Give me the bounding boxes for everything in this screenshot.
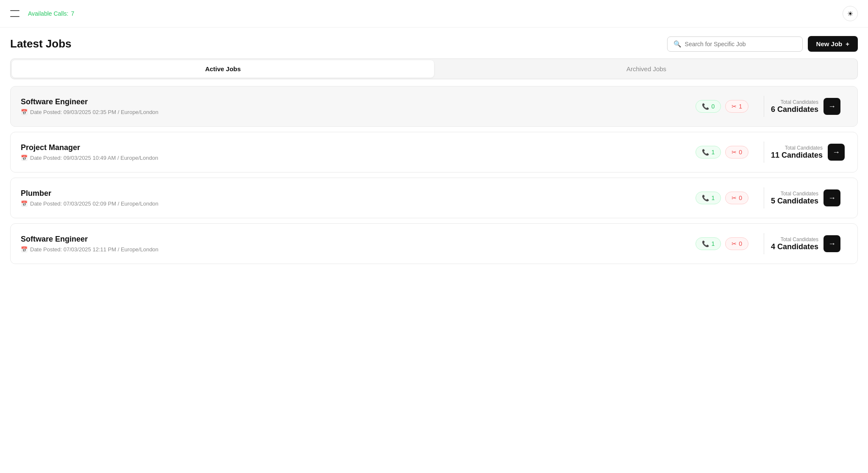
- candidates-count: 4 Candidates: [771, 242, 818, 251]
- phone-missed-icon: ✂: [732, 149, 737, 156]
- job-date-text: Date Posted: 07/03/2025 02:09 PM / Europ…: [30, 200, 159, 207]
- candidates-info: Total Candidates 11 Candidates: [771, 145, 823, 160]
- job-card: Plumber 📅 Date Posted: 07/03/2025 02:09 …: [10, 178, 858, 218]
- calls-green-count: 1: [711, 149, 715, 156]
- phone-icon: 📞: [702, 149, 709, 156]
- candidates-info: Total Candidates 4 Candidates: [771, 236, 818, 251]
- job-stats: 📞 1 ✂ 0: [696, 237, 748, 250]
- total-candidates-label: Total Candidates: [771, 145, 823, 151]
- view-job-button[interactable]: →: [823, 98, 840, 115]
- job-date-text: Date Posted: 09/03/2025 02:35 PM / Europ…: [30, 109, 159, 115]
- available-calls-count: 7: [71, 10, 74, 17]
- job-stats: 📞 1 ✂ 0: [696, 192, 748, 204]
- page-title: Latest Jobs: [10, 37, 72, 50]
- calls-green-badge: 📞 1: [696, 237, 721, 250]
- candidates-info: Total Candidates 6 Candidates: [771, 99, 818, 114]
- phone-missed-icon: ✂: [732, 103, 737, 110]
- jobs-list: Software Engineer 📅 Date Posted: 09/03/2…: [0, 86, 868, 264]
- sun-icon: ☀: [847, 10, 853, 18]
- job-date: 📅 Date Posted: 09/03/2025 10:49 AM / Eur…: [21, 155, 696, 161]
- job-card: Project Manager 📅 Date Posted: 09/03/202…: [10, 132, 858, 173]
- vertical-divider: [764, 96, 764, 117]
- job-title: Plumber: [21, 189, 696, 198]
- calendar-icon: 📅: [21, 200, 28, 207]
- topbar: Available Calls:7 ☀: [0, 0, 868, 28]
- calls-red-badge: ✂ 0: [725, 237, 748, 250]
- search-box: 🔍: [667, 36, 803, 52]
- calls-green-count: 1: [711, 240, 715, 247]
- candidates-count: 11 Candidates: [771, 151, 823, 160]
- job-stats: 📞 1 ✂ 0: [696, 146, 748, 159]
- phone-icon: 📞: [702, 103, 709, 110]
- phone-icon: 📞: [702, 240, 709, 247]
- available-calls: Available Calls:7: [28, 10, 74, 17]
- tabs-bar: Active Jobs Archived Jobs: [10, 58, 858, 79]
- new-job-label: New Job: [816, 40, 843, 47]
- job-title: Project Manager: [21, 143, 696, 152]
- candidates-section: Total Candidates 4 Candidates →: [771, 235, 847, 252]
- calls-red-badge: ✂ 0: [725, 192, 748, 204]
- tab-active-jobs[interactable]: Active Jobs: [12, 60, 434, 78]
- job-date: 📅 Date Posted: 09/03/2025 02:35 PM / Eur…: [21, 109, 696, 115]
- phone-missed-icon: ✂: [732, 240, 737, 247]
- job-card: Software Engineer 📅 Date Posted: 09/03/2…: [10, 86, 858, 127]
- phone-icon: 📞: [702, 195, 709, 201]
- job-date: 📅 Date Posted: 07/03/2025 02:09 PM / Eur…: [21, 200, 696, 207]
- total-candidates-label: Total Candidates: [771, 99, 818, 105]
- job-info: Software Engineer 📅 Date Posted: 09/03/2…: [21, 97, 696, 115]
- theme-toggle-button[interactable]: ☀: [843, 6, 858, 21]
- sidebar-area: Available Calls:7: [10, 10, 74, 17]
- job-title: Software Engineer: [21, 97, 696, 106]
- job-date: 📅 Date Posted: 07/03/2025 12:11 PM / Eur…: [21, 246, 696, 253]
- calendar-icon: 📅: [21, 109, 28, 115]
- job-card: Software Engineer 📅 Date Posted: 07/03/2…: [10, 223, 858, 264]
- vertical-divider: [764, 233, 764, 254]
- calls-green-count: 1: [711, 195, 715, 201]
- calls-red-badge: ✂ 0: [725, 146, 748, 159]
- job-info: Project Manager 📅 Date Posted: 09/03/202…: [21, 143, 696, 161]
- total-candidates-label: Total Candidates: [771, 191, 818, 197]
- total-candidates-label: Total Candidates: [771, 236, 818, 242]
- candidates-count: 6 Candidates: [771, 105, 818, 114]
- calls-red-count: 1: [739, 103, 742, 110]
- search-icon: 🔍: [673, 40, 682, 48]
- calls-red-count: 0: [739, 240, 742, 247]
- calls-green-badge: 📞 0: [696, 100, 721, 113]
- view-job-button[interactable]: →: [823, 235, 840, 252]
- job-date-text: Date Posted: 09/03/2025 10:49 AM / Europ…: [30, 155, 158, 161]
- job-stats: 📞 0 ✂ 1: [696, 100, 748, 113]
- search-input[interactable]: [685, 41, 796, 47]
- view-job-button[interactable]: →: [823, 189, 840, 206]
- job-title: Software Engineer: [21, 235, 696, 244]
- calls-red-count: 0: [739, 149, 742, 156]
- phone-missed-icon: ✂: [732, 195, 737, 201]
- calendar-icon: 📅: [21, 246, 28, 253]
- calls-green-badge: 📞 1: [696, 146, 721, 159]
- job-info: Software Engineer 📅 Date Posted: 07/03/2…: [21, 235, 696, 253]
- calls-green-badge: 📞 1: [696, 192, 721, 204]
- job-date-text: Date Posted: 07/03/2025 12:11 PM / Europ…: [30, 246, 159, 253]
- sidebar-toggle-icon[interactable]: [10, 10, 19, 17]
- page-header: Latest Jobs 🔍 New Job +: [0, 28, 868, 58]
- view-job-button[interactable]: →: [828, 144, 845, 161]
- job-info: Plumber 📅 Date Posted: 07/03/2025 02:09 …: [21, 189, 696, 207]
- vertical-divider: [764, 142, 764, 163]
- tab-archived-jobs[interactable]: Archived Jobs: [435, 59, 857, 79]
- candidates-section: Total Candidates 5 Candidates →: [771, 189, 847, 206]
- header-actions: 🔍 New Job +: [667, 36, 858, 52]
- candidates-section: Total Candidates 6 Candidates →: [771, 98, 847, 115]
- candidates-info: Total Candidates 5 Candidates: [771, 191, 818, 206]
- calls-red-count: 0: [739, 195, 742, 201]
- calls-green-count: 0: [711, 103, 715, 110]
- new-job-button[interactable]: New Job +: [808, 36, 858, 52]
- candidates-count: 5 Candidates: [771, 197, 818, 206]
- available-calls-label: Available Calls:: [28, 10, 68, 17]
- calendar-icon: 📅: [21, 155, 28, 161]
- candidates-section: Total Candidates 11 Candidates →: [771, 144, 847, 161]
- vertical-divider: [764, 187, 764, 209]
- calls-red-badge: ✂ 1: [725, 100, 748, 113]
- new-job-plus-icon: +: [846, 40, 849, 47]
